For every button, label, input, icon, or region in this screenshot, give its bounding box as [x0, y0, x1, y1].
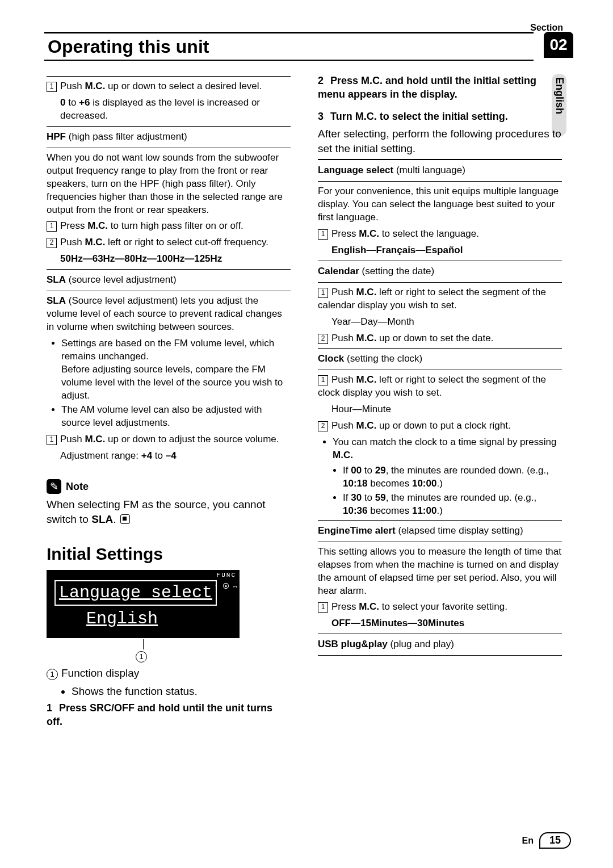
- callout-label: Function display: [61, 667, 139, 679]
- page-title: Operating this unit: [48, 36, 209, 57]
- step-index-icon: 1: [318, 602, 328, 613]
- footer-lang: En: [522, 836, 534, 846]
- page-header: Operating this unit: [44, 32, 534, 61]
- step-1: 1Press SRC/OFF and hold until the unit t…: [47, 701, 291, 729]
- sla-description: SLA (Source level adjustment) lets you a…: [47, 295, 291, 334]
- page-number: 15: [539, 832, 571, 849]
- enginetime-description: This setting allows you to measure the l…: [318, 546, 562, 598]
- step-index-icon: 1: [47, 435, 57, 445]
- note-text: When selecting FM as the source, you can…: [47, 498, 265, 525]
- step-index-icon: 1: [47, 221, 57, 232]
- step-index-icon: 2: [318, 421, 328, 431]
- step-index-icon: 1: [318, 375, 328, 385]
- initial-settings-heading: Initial Settings: [47, 543, 291, 566]
- note-block: ✎ Note: [47, 479, 291, 494]
- step-index-icon: 2: [318, 334, 328, 344]
- calendar-heading: Calendar (setting the date): [318, 263, 562, 280]
- end-icon: [120, 514, 130, 524]
- callout-pointer: 1: [47, 639, 240, 662]
- sla-heading: SLA (source level adjustment): [47, 272, 291, 288]
- sla-range: Adjustment range: +4 to –4: [47, 450, 291, 463]
- language-options: English—Français—Español: [331, 245, 463, 255]
- language-select-description: For your convenience, this unit equips m…: [318, 185, 562, 224]
- section-number: 02: [544, 32, 573, 58]
- enginetime-options: OFF—15Minutes—30Minutes: [331, 618, 464, 628]
- clock-round-down: If 00 to 29, the minutes are rounded dow…: [343, 464, 562, 490]
- step-2: 2Press M.C. and hold until the initial s…: [318, 74, 562, 102]
- step-index-icon: 1: [47, 82, 57, 92]
- step-index-icon: 2: [47, 238, 57, 248]
- step-index-icon: 1: [318, 288, 328, 298]
- display-illustration: FUNC Language select English ↕ ⦿ ↔: [47, 570, 240, 638]
- enginetime-heading: EngineTime alert (elapsed time display s…: [318, 523, 562, 539]
- usb-heading: USB plug&play (plug and play): [318, 636, 562, 653]
- left-column: 1Push M.C. up or down to select a desire…: [47, 74, 291, 728]
- step-3: 3Turn M.C. to select the initial setting…: [318, 110, 562, 123]
- callout-index-icon: 1: [47, 669, 58, 680]
- clock-round-up: If 30 to 59, the minutes are rounded up.…: [343, 492, 562, 518]
- hpf-heading: HPF (high pass filter adjustment): [47, 129, 291, 145]
- callout-bullet: Shows the function status.: [72, 684, 291, 699]
- clock-heading: Clock (setting the clock): [318, 351, 562, 367]
- loudness-range: 0 to +6 is displayed as the level is inc…: [47, 97, 291, 123]
- loudness-step: Push M.C. up or down to select a desired…: [60, 81, 262, 91]
- hpf-description: When you do not want low sounds from the…: [47, 152, 291, 217]
- note-icon: ✎: [47, 479, 61, 494]
- right-column: 2Press M.C. and hold until the initial s…: [318, 74, 562, 658]
- page-footer: En 15: [522, 832, 571, 849]
- language-select-heading: Language select (multi language): [318, 162, 562, 179]
- step-index-icon: 1: [318, 229, 328, 240]
- step-3-after: After selecting, perform the following p…: [318, 127, 562, 156]
- hpf-frequencies: 50Hz—63Hz—80Hz—100Hz—125Hz: [60, 253, 222, 264]
